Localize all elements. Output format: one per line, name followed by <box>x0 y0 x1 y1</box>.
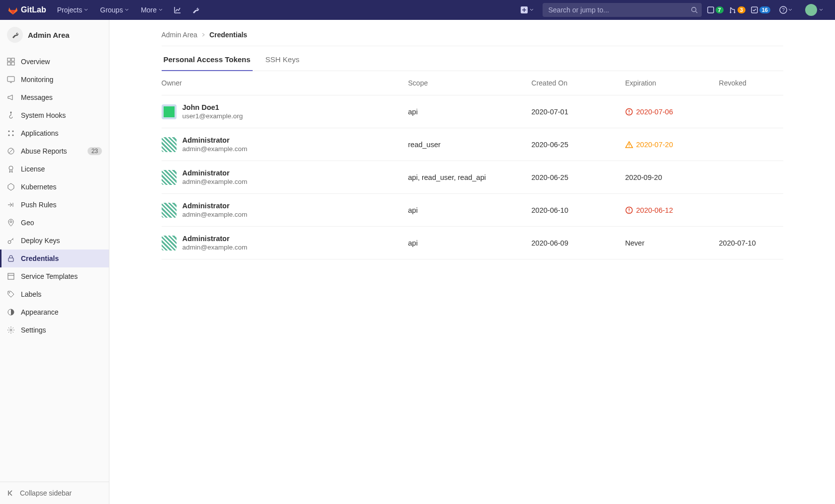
sidebar-item-label: Abuse Reports <box>21 147 67 155</box>
owner-email: admin@example.com <box>183 244 248 251</box>
table-row: Administrator admin@example.com api, rea… <box>162 161 783 194</box>
created-cell: 2020-07-01 <box>532 108 625 116</box>
scope-cell: read_user <box>408 141 532 149</box>
expiration-value: 2020-09-20 <box>625 173 662 181</box>
nav-todos-count[interactable]: 16 <box>750 6 770 14</box>
svg-rect-8 <box>7 58 10 61</box>
location-icon <box>7 219 15 227</box>
owner-name[interactable]: Administrator <box>183 202 248 210</box>
tab-personal-access-tokens[interactable]: Personal Access Tokens <box>162 48 253 71</box>
tab-ssh-keys[interactable]: SSH Keys <box>264 48 301 71</box>
nav-plus[interactable] <box>517 3 538 16</box>
table-header: Owner Scope Created On Expiration Revoke… <box>162 71 783 95</box>
owner-name[interactable]: Administrator <box>183 169 248 177</box>
chevron-down-icon <box>159 8 163 12</box>
owner-name[interactable]: Administrator <box>183 235 248 243</box>
table-row: Administrator admin@example.com read_use… <box>162 128 783 161</box>
sidebar-item-geo[interactable]: Geo <box>0 214 109 232</box>
avatar[interactable] <box>162 203 177 218</box>
svg-point-1 <box>691 7 696 12</box>
sidebar-item-applications[interactable]: Applications <box>0 124 109 142</box>
expiration-value: Never <box>625 239 645 247</box>
owner-name[interactable]: Administrator <box>183 136 248 144</box>
nav-more[interactable]: More <box>136 3 168 17</box>
template-icon <box>7 272 15 280</box>
sidebar-item-label: License <box>21 165 45 173</box>
expiration-value: 2020-07-06 <box>636 108 673 116</box>
nav-groups[interactable]: Groups <box>95 3 134 17</box>
admin-area-icon <box>7 27 23 43</box>
breadcrumb-current: Credentials <box>209 31 247 39</box>
svg-marker-20 <box>8 183 14 190</box>
sidebar-item-push-rules[interactable]: Push Rules <box>0 196 109 214</box>
owner-cell: Administrator admin@example.com <box>162 136 408 153</box>
nav-issues-count[interactable]: 7 <box>707 6 724 14</box>
sidebar-item-service-templates[interactable]: Service Templates <box>0 267 109 285</box>
gear-icon <box>7 326 15 334</box>
collapse-sidebar[interactable]: Collapse sidebar <box>0 482 109 504</box>
svg-point-4 <box>734 12 735 13</box>
issues-badge: 7 <box>716 6 724 13</box>
sidebar-item-appearance[interactable]: Appearance <box>0 303 109 321</box>
main-content: Admin Area Credentials Personal Access T… <box>109 20 835 504</box>
sidebar-item-deploy-keys[interactable]: Deploy Keys <box>0 232 109 250</box>
col-owner: Owner <box>162 79 408 87</box>
search-input[interactable] <box>549 6 687 14</box>
nav-user-menu[interactable] <box>801 1 827 19</box>
gitlab-logo[interactable]: GitLab <box>8 5 50 15</box>
sidebar: Admin Area Overview Monitoring Messages … <box>0 20 109 504</box>
chevron-down-icon <box>84 8 88 12</box>
chart-icon <box>174 6 182 14</box>
sidebar-item-license[interactable]: License <box>0 160 109 178</box>
sidebar-item-abuse-reports[interactable]: Abuse Reports23 <box>0 142 109 160</box>
avatar[interactable] <box>162 236 177 251</box>
sidebar-item-kubernetes[interactable]: Kubernetes <box>0 178 109 196</box>
breadcrumb-root[interactable]: Admin Area <box>162 31 197 39</box>
nav-help[interactable]: ? <box>775 3 796 17</box>
svg-point-13 <box>10 112 12 113</box>
avatar[interactable] <box>162 137 177 152</box>
nav-mr-count[interactable]: 3 <box>729 6 745 14</box>
nav-analytics[interactable] <box>170 3 186 17</box>
sidebar-item-monitoring[interactable]: Monitoring <box>0 71 109 88</box>
expiration-cell: 2020-07-06 <box>625 108 719 116</box>
svg-rect-9 <box>11 58 14 61</box>
sidebar-header[interactable]: Admin Area <box>0 20 109 50</box>
sidebar-item-labels[interactable]: Labels <box>0 285 109 303</box>
sidebar-nav: Overview Monitoring Messages System Hook… <box>0 50 109 482</box>
push-rules-icon <box>7 201 15 209</box>
table-row: John Doe1 user1@example.org api 2020-07-… <box>162 95 783 128</box>
search-box[interactable] <box>543 3 702 17</box>
sidebar-item-credentials[interactable]: Credentials <box>0 250 109 267</box>
sidebar-item-system-hooks[interactable]: System Hooks <box>0 106 109 124</box>
key-icon <box>7 237 15 245</box>
collapse-icon <box>7 489 15 497</box>
revoked-cell: 2020-07-10 <box>719 239 783 247</box>
todos-badge: 16 <box>759 6 770 13</box>
sidebar-item-label: Settings <box>21 326 46 334</box>
chevron-down-icon <box>125 8 129 12</box>
avatar[interactable] <box>162 170 177 185</box>
ribbon-icon <box>7 165 15 173</box>
expiration-value: 2020-06-12 <box>636 206 673 214</box>
svg-point-14 <box>8 131 10 132</box>
sidebar-item-label: Monitoring <box>21 76 53 84</box>
slash-icon <box>7 147 15 155</box>
tag-icon <box>7 290 15 298</box>
sidebar-title: Admin Area <box>28 31 70 39</box>
sidebar-item-overview[interactable]: Overview <box>0 53 109 71</box>
error-icon <box>625 206 633 214</box>
created-cell: 2020-06-25 <box>532 173 625 181</box>
appearance-icon <box>7 308 15 316</box>
owner-cell: Administrator admin@example.com <box>162 169 408 185</box>
nav-admin-wrench[interactable] <box>187 3 203 17</box>
nav-projects[interactable]: Projects <box>52 3 93 17</box>
svg-point-32 <box>629 211 630 212</box>
owner-name[interactable]: John Doe1 <box>183 103 243 111</box>
table-row: Administrator admin@example.com api 2020… <box>162 227 783 259</box>
plus-icon <box>521 6 528 13</box>
sidebar-item-settings[interactable]: Settings <box>0 321 109 339</box>
sidebar-item-messages[interactable]: Messages <box>0 88 109 106</box>
avatar[interactable] <box>162 104 177 119</box>
table-row: Administrator admin@example.com api 2020… <box>162 194 783 227</box>
